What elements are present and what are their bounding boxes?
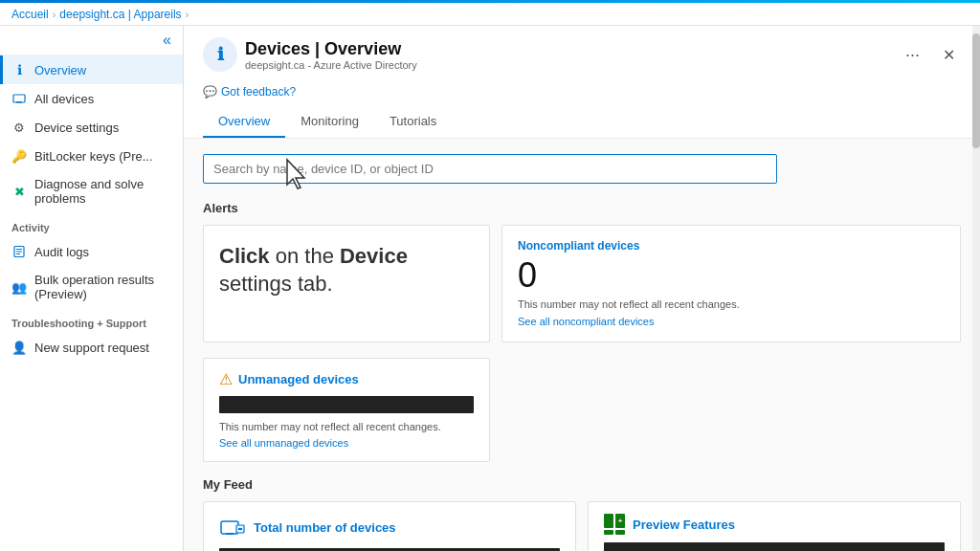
preview-features-bar [604,542,945,551]
audit-icon [11,244,27,259]
noncompliant-note: This number may not reflect all recent c… [518,298,945,310]
content-header: ℹ Devices | Overview deepsight.ca - Azur… [184,26,980,139]
sidebar-item-label: Diagnose and solve problems [34,177,171,206]
search-bar-container [203,154,961,184]
devices-icon [11,91,27,106]
header-actions: ··· ✕ [900,43,961,67]
svg-rect-6 [221,521,238,534]
sidebar-collapse-button[interactable]: « [159,30,175,51]
page-title-text: Devices | Overview deepsight.ca - Azure … [245,39,417,71]
sidebar-item-label: BitLocker keys (Pre... [34,149,153,164]
feedback-bar[interactable]: 💬 Got feedback? [203,79,961,104]
feed-card-total-devices: Total number of devices This number may … [203,501,576,551]
tabs-row: Overview Monitoring Tutorials [203,106,961,138]
svg-rect-0 [13,95,25,102]
svg-rect-7 [226,533,234,535]
sidebar-item-label: Bulk operation results (Preview) [34,273,171,301]
feedback-icon: 💬 [203,85,217,99]
tab-monitoring[interactable]: Monitoring [285,106,374,138]
sidebar-item-label: Audit logs [34,245,89,259]
feed-preview-header: + Preview Features [604,514,945,535]
feed-grid: Total number of devices This number may … [203,501,961,551]
breadcrumb: Accueil › deepsight.ca | Appareils › [0,3,980,26]
sidebar-item-label: Device settings [34,121,119,135]
scrollbar-thumb[interactable] [972,33,980,148]
sidebar-item-label: Overview [34,63,86,77]
svg-rect-1 [16,101,22,103]
sidebar-item-bitlocker[interactable]: 🔑 BitLocker keys (Pre... [0,142,183,170]
alerts-grid: Click on the Device settings tab. Noncom… [203,225,961,342]
sidebar-item-device-settings[interactable]: ⚙ Device settings [0,113,183,142]
noncompliant-label[interactable]: Noncompliant devices [518,239,945,253]
alert-click-card: Click on the Device settings tab. [203,225,490,342]
alerts-section-label: Alerts [203,201,961,215]
page-title-left: ℹ Devices | Overview deepsight.ca - Azur… [203,37,417,72]
content-area: ℹ Devices | Overview deepsight.ca - Azur… [184,26,980,551]
page-icon: ℹ [203,37,237,72]
unmanaged-bar [219,396,474,413]
breadcrumb-home[interactable]: Accueil [11,8,49,21]
close-button[interactable]: ✕ [937,44,961,66]
sidebar-item-bulk-ops[interactable]: 👥 Bulk operation results (Preview) [0,266,183,308]
unmanaged-header: ⚠ Unmanaged devices [219,370,474,388]
sidebar: « ℹ Overview All devices ⚙ Device settin… [0,26,184,551]
settings-icon: ⚙ [11,120,27,135]
scrollbar[interactable] [972,26,980,551]
noncompliant-card: Noncompliant devices 0 This number may n… [501,225,961,342]
sidebar-item-label: All devices [34,92,94,106]
alert-click-text: Click on the Device settings tab. [219,243,474,298]
page-title-row: ℹ Devices | Overview deepsight.ca - Azur… [203,37,961,72]
feed-card-header: Total number of devices [219,514,560,540]
sidebar-activity-label: Activity [0,212,183,237]
bulk-icon: 👥 [11,279,27,295]
unmanaged-title[interactable]: Unmanaged devices [238,372,359,386]
feedback-text: Got feedback? [221,85,296,99]
noncompliant-link[interactable]: See all noncompliant devices [518,316,654,327]
sidebar-item-audit-logs[interactable]: Audit logs [0,237,183,266]
svg-rect-9 [238,528,242,530]
unmanaged-note: This number may not reflect all recent c… [219,421,474,432]
noncompliant-count: 0 [518,258,945,293]
tab-overview[interactable]: Overview [203,106,285,138]
info-icon: ℹ [11,62,27,77]
total-devices-icon [219,514,246,540]
page-title: Devices | Overview [245,39,417,59]
page-subtitle: deepsight.ca - Azure Active Directory [245,59,417,71]
unmanaged-card: ⚠ Unmanaged devices This number may not … [203,358,490,462]
tab-tutorials[interactable]: Tutorials [374,106,452,138]
sidebar-item-new-support[interactable]: 👤 New support request [0,333,183,362]
sidebar-item-all-devices[interactable]: All devices [0,84,183,113]
breadcrumb-tenant[interactable]: deepsight.ca | Appareils [59,8,181,21]
feed-card-preview-features: + Preview Features See all preview featu… [588,501,961,551]
bitlocker-icon: 🔑 [11,148,27,164]
warning-icon: ⚠ [219,370,233,388]
sidebar-item-label: New support request [34,341,149,355]
more-options-button[interactable]: ··· [900,43,925,67]
preview-features-icon: + [604,514,625,535]
feed-section-label: My Feed [203,477,961,492]
sidebar-troubleshooting-label: Troubleshooting + Support [0,308,183,333]
content-body: Alerts Click on the Device settings tab.… [184,139,980,551]
total-devices-title[interactable]: Total number of devices [254,520,396,535]
sidebar-collapse: « [0,26,183,55]
sidebar-item-diagnose[interactable]: ✖ Diagnose and solve problems [0,170,183,212]
sidebar-item-overview[interactable]: ℹ Overview [0,55,183,84]
preview-features-title[interactable]: Preview Features [633,518,735,532]
support-icon: 👤 [11,340,27,355]
unmanaged-link[interactable]: See all unmanaged devices [219,437,348,449]
search-input[interactable] [203,154,777,184]
diagnose-icon: ✖ [11,184,27,199]
